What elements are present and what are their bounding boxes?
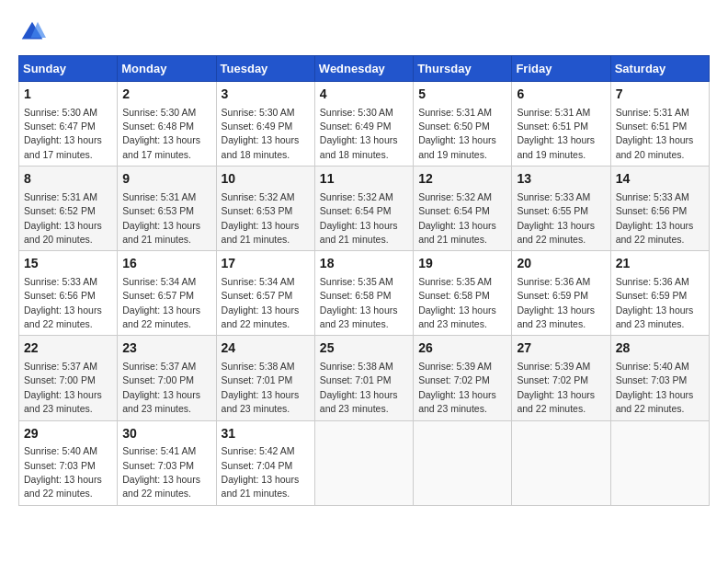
day-cell: 30 Sunrise: 5:41 AMSunset: 7:03 PMDaylig…: [118, 420, 216, 505]
day-cell: 22 Sunrise: 5:37 AMSunset: 7:00 PMDaylig…: [19, 336, 118, 420]
day-info: Sunrise: 5:31 AMSunset: 6:51 PMDaylight:…: [517, 107, 595, 160]
day-cell: 17 Sunrise: 5:34 AMSunset: 6:57 PMDaylig…: [216, 251, 314, 336]
day-cell: 20 Sunrise: 5:36 AMSunset: 6:59 PMDaylig…: [512, 251, 610, 336]
day-number: 30: [122, 425, 210, 443]
week-row-4: 22 Sunrise: 5:37 AMSunset: 7:00 PMDaylig…: [19, 336, 710, 420]
day-cell: 2 Sunrise: 5:30 AMSunset: 6:48 PMDayligh…: [118, 82, 216, 167]
day-info: Sunrise: 5:33 AMSunset: 6:56 PMDaylight:…: [24, 276, 102, 329]
day-info: Sunrise: 5:30 AMSunset: 6:47 PMDaylight:…: [24, 107, 102, 160]
day-number: 6: [517, 86, 605, 104]
day-number: 19: [418, 255, 506, 273]
week-row-3: 15 Sunrise: 5:33 AMSunset: 6:56 PMDaylig…: [19, 251, 710, 336]
day-info: Sunrise: 5:32 AMSunset: 6:53 PMDaylight:…: [222, 191, 300, 245]
day-cell: 4 Sunrise: 5:30 AMSunset: 6:49 PMDayligh…: [314, 82, 413, 167]
day-info: Sunrise: 5:36 AMSunset: 6:59 PMDaylight:…: [616, 276, 694, 329]
page-header: [18, 18, 710, 46]
day-number: 18: [320, 255, 408, 273]
day-number: 16: [122, 255, 210, 273]
day-info: Sunrise: 5:31 AMSunset: 6:53 PMDaylight:…: [122, 191, 200, 245]
day-cell: 10 Sunrise: 5:32 AMSunset: 6:53 PMDaylig…: [216, 167, 314, 251]
day-number: 10: [222, 170, 310, 189]
day-cell: 28 Sunrise: 5:40 AMSunset: 7:03 PMDaylig…: [610, 336, 709, 420]
day-number: 8: [24, 170, 112, 189]
day-cell: 6 Sunrise: 5:31 AMSunset: 6:51 PMDayligh…: [512, 82, 610, 167]
day-number: 2: [122, 86, 210, 104]
day-cell: 18 Sunrise: 5:35 AMSunset: 6:58 PMDaylig…: [314, 251, 413, 336]
day-number: 12: [418, 170, 506, 189]
day-info: Sunrise: 5:41 AMSunset: 7:03 PMDaylight:…: [122, 445, 200, 499]
day-number: 27: [517, 339, 605, 358]
day-info: Sunrise: 5:32 AMSunset: 6:54 PMDaylight:…: [320, 191, 398, 245]
day-info: Sunrise: 5:32 AMSunset: 6:54 PMDaylight:…: [418, 191, 496, 245]
day-number: 14: [616, 170, 704, 189]
day-info: Sunrise: 5:42 AMSunset: 7:04 PMDaylight:…: [222, 445, 300, 499]
logo-icon: [18, 18, 46, 46]
calendar-header: SundayMondayTuesdayWednesdayThursdayFrid…: [19, 56, 710, 82]
day-cell: 31 Sunrise: 5:42 AMSunset: 7:04 PMDaylig…: [216, 420, 314, 505]
day-info: Sunrise: 5:33 AMSunset: 6:55 PMDaylight:…: [517, 191, 595, 245]
day-info: Sunrise: 5:30 AMSunset: 6:49 PMDaylight:…: [320, 107, 398, 160]
logo: [18, 18, 50, 46]
day-cell: [314, 420, 413, 505]
day-cell: 14 Sunrise: 5:33 AMSunset: 6:56 PMDaylig…: [610, 167, 709, 251]
day-info: Sunrise: 5:34 AMSunset: 6:57 PMDaylight:…: [222, 276, 300, 329]
day-cell: [610, 420, 709, 505]
day-header-thursday: Thursday: [414, 56, 512, 82]
day-cell: 5 Sunrise: 5:31 AMSunset: 6:50 PMDayligh…: [414, 82, 512, 167]
header-row: SundayMondayTuesdayWednesdayThursdayFrid…: [19, 56, 710, 82]
day-cell: 19 Sunrise: 5:35 AMSunset: 6:58 PMDaylig…: [414, 251, 512, 336]
day-cell: 3 Sunrise: 5:30 AMSunset: 6:49 PMDayligh…: [216, 82, 314, 167]
day-info: Sunrise: 5:38 AMSunset: 7:01 PMDaylight:…: [320, 361, 398, 414]
day-number: 20: [517, 255, 605, 273]
day-info: Sunrise: 5:34 AMSunset: 6:57 PMDaylight:…: [122, 276, 200, 329]
calendar-body: 1 Sunrise: 5:30 AMSunset: 6:47 PMDayligh…: [19, 82, 710, 506]
day-cell: 7 Sunrise: 5:31 AMSunset: 6:51 PMDayligh…: [610, 82, 709, 167]
day-number: 29: [24, 425, 112, 443]
day-info: Sunrise: 5:37 AMSunset: 7:00 PMDaylight:…: [24, 361, 102, 414]
day-number: 13: [517, 170, 605, 189]
week-row-5: 29 Sunrise: 5:40 AMSunset: 7:03 PMDaylig…: [19, 420, 710, 505]
day-cell: [512, 420, 610, 505]
day-cell: 25 Sunrise: 5:38 AMSunset: 7:01 PMDaylig…: [314, 336, 413, 420]
day-cell: 23 Sunrise: 5:37 AMSunset: 7:00 PMDaylig…: [118, 336, 216, 420]
day-info: Sunrise: 5:38 AMSunset: 7:01 PMDaylight:…: [222, 361, 300, 414]
day-number: 11: [320, 170, 408, 189]
day-cell: 21 Sunrise: 5:36 AMSunset: 6:59 PMDaylig…: [610, 251, 709, 336]
day-info: Sunrise: 5:36 AMSunset: 6:59 PMDaylight:…: [517, 276, 595, 329]
day-cell: 8 Sunrise: 5:31 AMSunset: 6:52 PMDayligh…: [19, 167, 118, 251]
day-info: Sunrise: 5:37 AMSunset: 7:00 PMDaylight:…: [122, 361, 200, 414]
day-number: 24: [222, 339, 310, 358]
day-cell: [414, 420, 512, 505]
day-number: 17: [222, 255, 310, 273]
day-info: Sunrise: 5:35 AMSunset: 6:58 PMDaylight:…: [418, 276, 496, 329]
day-number: 9: [122, 170, 210, 189]
day-cell: 15 Sunrise: 5:33 AMSunset: 6:56 PMDaylig…: [19, 251, 118, 336]
day-info: Sunrise: 5:30 AMSunset: 6:48 PMDaylight:…: [122, 107, 200, 160]
day-cell: 11 Sunrise: 5:32 AMSunset: 6:54 PMDaylig…: [314, 167, 413, 251]
day-number: 25: [320, 339, 408, 358]
day-cell: 24 Sunrise: 5:38 AMSunset: 7:01 PMDaylig…: [216, 336, 314, 420]
day-header-monday: Monday: [118, 56, 216, 82]
day-cell: 29 Sunrise: 5:40 AMSunset: 7:03 PMDaylig…: [19, 420, 118, 505]
day-number: 31: [222, 425, 310, 443]
calendar-table: SundayMondayTuesdayWednesdayThursdayFrid…: [18, 55, 710, 506]
day-number: 1: [24, 86, 112, 104]
day-info: Sunrise: 5:39 AMSunset: 7:02 PMDaylight:…: [418, 361, 496, 414]
day-cell: 16 Sunrise: 5:34 AMSunset: 6:57 PMDaylig…: [118, 251, 216, 336]
day-cell: 9 Sunrise: 5:31 AMSunset: 6:53 PMDayligh…: [118, 167, 216, 251]
day-cell: 1 Sunrise: 5:30 AMSunset: 6:47 PMDayligh…: [19, 82, 118, 167]
day-header-saturday: Saturday: [610, 56, 709, 82]
day-info: Sunrise: 5:31 AMSunset: 6:51 PMDaylight:…: [616, 107, 694, 160]
day-info: Sunrise: 5:30 AMSunset: 6:49 PMDaylight:…: [222, 107, 300, 160]
day-header-tuesday: Tuesday: [216, 56, 314, 82]
day-info: Sunrise: 5:40 AMSunset: 7:03 PMDaylight:…: [24, 445, 102, 499]
day-number: 4: [320, 86, 408, 104]
day-number: 15: [24, 255, 112, 273]
day-number: 3: [222, 86, 310, 104]
day-info: Sunrise: 5:31 AMSunset: 6:50 PMDaylight:…: [418, 107, 496, 160]
day-info: Sunrise: 5:31 AMSunset: 6:52 PMDaylight:…: [24, 191, 102, 245]
day-number: 7: [616, 86, 704, 104]
day-number: 28: [616, 339, 704, 358]
day-number: 5: [418, 86, 506, 104]
day-header-friday: Friday: [512, 56, 610, 82]
